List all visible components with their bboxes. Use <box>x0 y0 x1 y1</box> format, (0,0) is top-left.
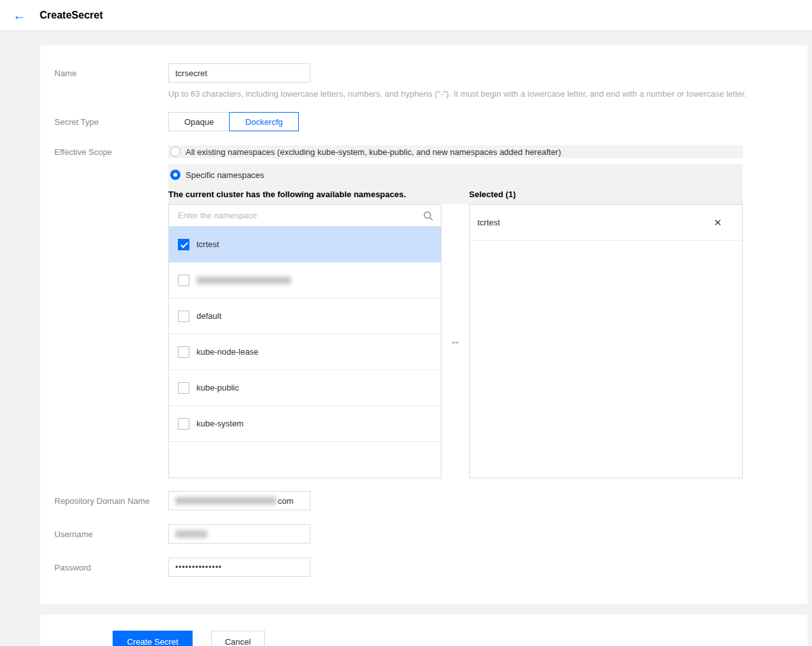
password-row: Password •••••••••••••• <box>54 558 793 577</box>
close-icon[interactable]: ✕ <box>713 218 722 227</box>
username-input[interactable] <box>168 524 310 544</box>
radio-selected-icon[interactable] <box>170 170 180 180</box>
create-secret-button[interactable]: Create Secret <box>113 631 193 646</box>
name-field-group: Up to 63 characters, including lowercase… <box>168 63 747 99</box>
scope-option-specific-label: Specific namespaces <box>186 170 264 180</box>
name-row: Name Up to 63 characters, including lowe… <box>54 63 793 99</box>
password-label: Password <box>54 563 168 572</box>
repository-domain-label: Repository Domain Name <box>54 496 168 506</box>
checkbox-icon[interactable] <box>178 418 189 430</box>
namespace-label: default <box>196 311 221 321</box>
redacted-domain-text <box>175 497 276 505</box>
back-arrow-icon[interactable]: ← <box>13 9 26 22</box>
namespace-row[interactable] <box>169 262 441 298</box>
picker-titles-gap <box>442 190 469 199</box>
selected-namespace-label: tcrtest <box>477 218 500 227</box>
repository-domain-input[interactable]: com <box>168 491 310 510</box>
scope-option-all-label: All existing namespaces (excluding kube-… <box>186 147 561 157</box>
page-title: CreateSecret <box>40 10 103 21</box>
transfer-arrow-icon: ↔ <box>450 335 461 348</box>
effective-scope-content: All existing namespaces (excluding kube-… <box>168 145 743 478</box>
selected-namespaces-box: tcrtest ✕ <box>469 204 743 478</box>
namespace-row[interactable]: tcrtest <box>169 227 441 262</box>
namespace-row[interactable]: kube-public <box>169 370 441 406</box>
password-input[interactable]: •••••••••••••• <box>168 558 310 577</box>
effective-scope-row: Effective Scope All existing namespaces … <box>54 145 793 478</box>
search-icon[interactable] <box>423 211 433 221</box>
cancel-button[interactable]: Cancel <box>211 631 265 646</box>
namespace-label: kube-node-lease <box>196 347 259 357</box>
name-input[interactable] <box>168 63 310 83</box>
namespace-row[interactable]: kube-node-lease <box>169 334 441 370</box>
namespace-row[interactable]: kube-system <box>169 406 441 442</box>
checkbox-icon[interactable] <box>178 311 189 322</box>
username-label: Username <box>54 529 168 539</box>
secret-type-dockercfg-button[interactable]: Dockercfg <box>229 112 299 131</box>
namespace-label: tcrtest <box>196 239 219 249</box>
namespace-search-input[interactable] <box>177 210 423 221</box>
namespace-search-row <box>169 205 441 227</box>
footer-action-bar: Create Secret Cancel <box>40 615 808 646</box>
namespace-label: kube-system <box>196 419 244 428</box>
namespace-label: kube-public <box>196 383 239 392</box>
namespace-row[interactable]: default <box>169 298 441 334</box>
checkbox-checked-icon[interactable] <box>178 239 189 250</box>
checkbox-icon[interactable] <box>178 382 189 394</box>
radio-icon[interactable] <box>170 147 180 157</box>
effective-scope-label: Effective Scope <box>54 145 168 478</box>
checkbox-icon[interactable] <box>178 275 189 286</box>
redacted-namespace-label <box>196 277 291 284</box>
secret-type-options: Opaque Dockercfg <box>168 112 299 131</box>
scope-specific-block: Specific namespaces The current cluster … <box>168 164 743 204</box>
available-namespaces-title: The current cluster has the following av… <box>168 190 442 199</box>
secret-type-row: Secret Type Opaque Dockercfg <box>54 112 793 131</box>
repository-domain-row: Repository Domain Name com <box>54 491 793 510</box>
available-namespaces-box: tcrtest default kube-node-lease <box>168 204 442 478</box>
redacted-username-text <box>175 530 207 538</box>
secret-type-label: Secret Type <box>54 112 168 131</box>
checkbox-icon[interactable] <box>178 346 189 358</box>
secret-type-opaque-button[interactable]: Opaque <box>168 112 230 131</box>
name-label: Name <box>54 63 168 99</box>
page-header: ← CreateSecret <box>0 0 812 31</box>
namespace-transfer: tcrtest default kube-node-lease <box>168 204 743 478</box>
masked-password-text: •••••••••••••• <box>175 563 222 572</box>
create-secret-form-card: Name Up to 63 characters, including lowe… <box>40 45 808 604</box>
scope-option-all[interactable]: All existing namespaces (excluding kube-… <box>168 145 743 158</box>
name-hint: Up to 63 characters, including lowercase… <box>168 89 747 99</box>
domain-suffix-text: com <box>278 496 294 506</box>
transfer-mid-column: ↔ <box>442 204 469 478</box>
picker-titles-row: The current cluster has the following av… <box>168 190 743 199</box>
selected-count-title: Selected (1) <box>469 190 516 199</box>
selected-namespace-row: tcrtest ✕ <box>470 205 742 241</box>
username-row: Username <box>54 524 793 544</box>
scope-option-specific[interactable]: Specific namespaces <box>168 170 743 180</box>
